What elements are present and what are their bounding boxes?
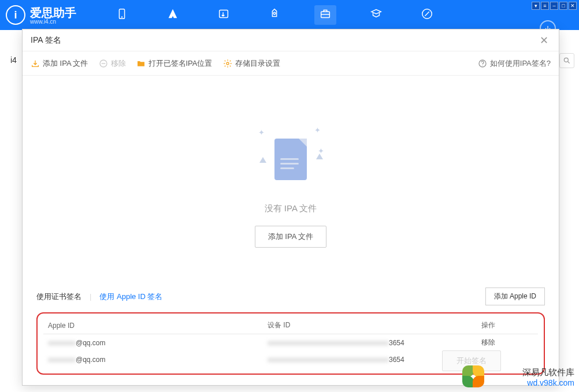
- search-button[interactable]: [559, 53, 574, 68]
- appleid-sign-tab[interactable]: 使用 Apple ID 签名: [99, 292, 162, 302]
- modal-toolbar: 添加 IPA 文件 移除 打开已签名IPA位置 存储目录设置 如何使用IPA签名…: [23, 51, 559, 76]
- storage-settings-label: 存储目录设置: [235, 58, 280, 69]
- empty-state: ✦ ✦ ✦ 没有 IPA 文件 添加 IPA 文件: [23, 76, 559, 279]
- watermark-line2: wd.v98k.com: [522, 378, 574, 387]
- top-nav: [111, 5, 438, 25]
- nav-ringtone-icon[interactable]: [263, 5, 285, 25]
- svg-point-3: [273, 12, 276, 14]
- gear-icon: [223, 59, 232, 68]
- main-window: i 爱思助手 www.i4.cn ▾ ≡ – □ ✕ i4: [0, 0, 579, 392]
- side-label: i4: [10, 55, 17, 65]
- watermark-text: 深易凡软件库 wd.v98k.com: [522, 367, 574, 387]
- add-ipa-file-button[interactable]: 添加 IPA 文件: [31, 58, 88, 69]
- nav-toolbox-icon[interactable]: [314, 5, 336, 25]
- folder-icon: [136, 59, 146, 68]
- help-link[interactable]: 如何使用IPA签名?: [478, 58, 551, 69]
- add-ipa-center-button[interactable]: 添加 IPA 文件: [255, 226, 327, 248]
- modal-title: IPA 签名: [31, 35, 61, 46]
- modal-close-button[interactable]: ✕: [537, 32, 551, 49]
- signing-tabs: 使用证书签名 | 使用 Apple ID 签名 添加 Apple ID: [36, 288, 545, 305]
- document-icon: [274, 139, 307, 180]
- logo-icon: i: [6, 5, 25, 25]
- modal-title-bar: IPA 签名 ✕: [23, 29, 559, 51]
- open-signed-location-button[interactable]: 打开已签名IPA位置: [136, 58, 213, 69]
- svg-point-7: [564, 58, 568, 62]
- add-ipa-label: 添加 IPA 文件: [43, 58, 88, 69]
- svg-point-1: [122, 17, 123, 17]
- storage-settings-button[interactable]: 存储目录设置: [223, 58, 280, 69]
- table-row[interactable]: xxxxxxxx@qq.com xxxxxxxxxxxxxxxxxxxxxxxx…: [43, 334, 538, 352]
- wc-pin-icon[interactable]: ▾: [532, 2, 540, 10]
- window-controls: ▾ ≡ – □ ✕: [532, 2, 577, 10]
- wc-close-icon[interactable]: ✕: [569, 2, 577, 10]
- svg-point-11: [227, 62, 229, 65]
- remove-button: 移除: [99, 58, 126, 69]
- help-icon: [478, 59, 487, 68]
- ipa-sign-modal: IPA 签名 ✕ 添加 IPA 文件 移除 打开已签名IPA位置 存储目录设置: [22, 29, 559, 386]
- svg-rect-2: [220, 10, 228, 18]
- nav-apps-icon[interactable]: [162, 5, 184, 25]
- row-remove-button[interactable]: 移除: [481, 338, 495, 346]
- th-appleid: Apple ID: [43, 317, 263, 334]
- nav-device-icon[interactable]: [111, 5, 133, 25]
- remove-label: 移除: [111, 58, 126, 69]
- th-deviceid: 设备 ID: [263, 317, 477, 334]
- download-icon: [31, 59, 40, 68]
- th-operation: 操作: [477, 317, 538, 334]
- nav-music-icon[interactable]: [213, 5, 235, 25]
- wc-menu-icon[interactable]: ≡: [541, 2, 549, 10]
- watermark-logo: [460, 363, 487, 390]
- app-url: www.i4.cn: [30, 18, 76, 25]
- open-location-label: 打开已签名IPA位置: [149, 58, 213, 69]
- wc-maximize-icon[interactable]: □: [559, 2, 567, 10]
- wc-minimize-icon[interactable]: –: [550, 2, 558, 10]
- empty-text: 没有 IPA 文件: [265, 203, 317, 214]
- empty-illustration: ✦ ✦ ✦: [256, 125, 325, 194]
- logo: i 爱思助手 www.i4.cn: [6, 5, 76, 25]
- svg-line-8: [568, 62, 570, 64]
- remove-icon: [99, 59, 108, 68]
- search-icon: [563, 57, 571, 65]
- top-bar: i 爱思助手 www.i4.cn ▾ ≡ – □ ✕: [0, 0, 579, 30]
- nav-tutorial-icon[interactable]: [365, 5, 387, 25]
- nav-safari-icon[interactable]: [416, 5, 438, 25]
- cert-sign-tab[interactable]: 使用证书签名: [36, 292, 81, 302]
- help-label: 如何使用IPA签名?: [490, 58, 551, 69]
- watermark-line1: 深易凡软件库: [522, 367, 574, 378]
- add-appleid-button[interactable]: 添加 Apple ID: [485, 288, 545, 305]
